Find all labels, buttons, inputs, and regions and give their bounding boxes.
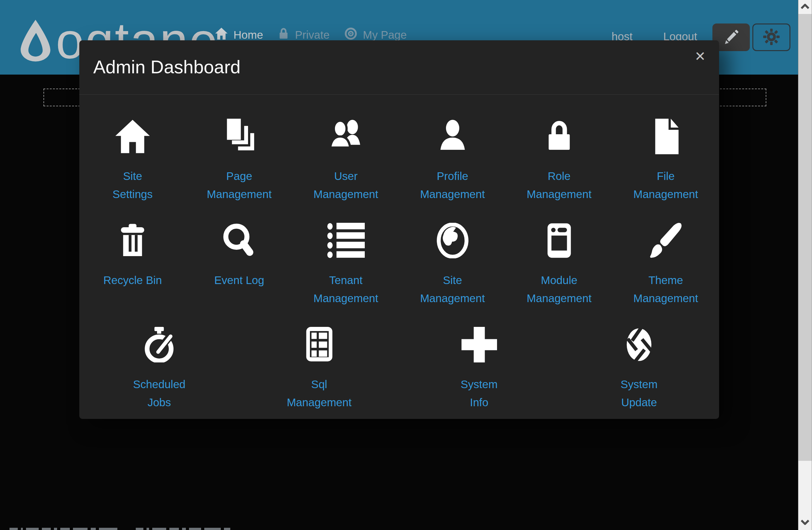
tile-label: Site Management [420, 271, 485, 307]
admin-dashboard-modal: Admin Dashboard ✕ Site SettingsPage Mana… [79, 40, 719, 419]
clipped-pane-label [136, 528, 230, 530]
scroll-down-button[interactable] [798, 516, 812, 530]
tile-label: Module Management [527, 271, 592, 307]
tile-tenant-management[interactable]: Tenant Management [292, 223, 399, 327]
tile-label: User Management [314, 167, 378, 203]
file-icon [648, 119, 683, 154]
tile-row: Site SettingsPage ManagementUser Managem… [79, 119, 719, 223]
pencil-icon [723, 29, 739, 46]
modal-title: Admin Dashboard [93, 57, 241, 77]
vertical-scrollbar [798, 0, 812, 530]
tile-site-management[interactable]: Site Management [399, 223, 506, 327]
tile-file-management[interactable]: File Management [612, 119, 719, 223]
timer-icon [142, 327, 176, 362]
list-icon [327, 223, 365, 258]
users-icon [326, 119, 366, 154]
tile-label: Profile Management [420, 167, 485, 203]
admin-tile-grid: Site SettingsPage ManagementUser Managem… [79, 95, 719, 431]
settings-button[interactable] [752, 24, 791, 51]
tile-module-management[interactable]: Module Management [506, 223, 612, 327]
scrollbar-thumb[interactable] [798, 14, 812, 461]
window-icon [541, 223, 577, 258]
lock-icon [541, 119, 577, 154]
tile-row: Recycle BinEvent LogTenant ManagementSit… [79, 223, 719, 327]
tile-label: Tenant Management [314, 271, 378, 307]
tile-label: Event Log [214, 271, 264, 289]
modal-header: Admin Dashboard ✕ [79, 40, 719, 95]
plus-icon [462, 327, 497, 362]
home-icon [115, 119, 150, 154]
close-icon[interactable]: ✕ [695, 50, 706, 63]
tile-role-management[interactable]: Role Management [506, 119, 612, 223]
globe-icon [435, 223, 470, 258]
brush-icon [648, 223, 683, 258]
scroll-up-button[interactable] [798, 0, 812, 14]
nav-label: My Page [363, 29, 407, 41]
trash-icon [115, 223, 150, 258]
nav-label: Private [295, 29, 330, 41]
tile-profile-management[interactable]: Profile Management [399, 119, 506, 223]
tile-label: System Info [461, 375, 498, 411]
magnifier-icon [221, 223, 257, 258]
tile-label: Theme Management [634, 271, 698, 307]
chevron-up-icon [800, 3, 810, 11]
tile-system-update[interactable]: System Update [559, 327, 719, 431]
tile-theme-management[interactable]: Theme Management [612, 223, 719, 327]
tile-label: Recycle Bin [103, 271, 162, 289]
droplet-icon [19, 18, 52, 64]
tile-page-management[interactable]: Page Management [186, 119, 292, 223]
tile-sql-management[interactable]: Sql Management [239, 327, 399, 431]
tile-row: Scheduled JobsSql ManagementSystem InfoS… [79, 327, 719, 431]
user-icon [435, 119, 470, 154]
clipped-pane-label [10, 528, 117, 530]
tile-user-management[interactable]: User Management [292, 119, 399, 223]
pages-icon [221, 119, 257, 154]
aperture-icon [623, 327, 655, 362]
tile-label: Scheduled Jobs [133, 375, 185, 411]
gear-icon [763, 28, 780, 47]
tile-scheduled-jobs[interactable]: Scheduled Jobs [79, 327, 239, 431]
page: oqtane Home Private [0, 0, 812, 530]
tile-recycle-bin[interactable]: Recycle Bin [79, 223, 186, 327]
chevron-down-icon [800, 519, 810, 527]
tile-label: Role Management [527, 167, 592, 203]
tile-label: Page Management [207, 167, 272, 203]
tile-label: System Update [621, 375, 658, 411]
tile-site-settings[interactable]: Site Settings [79, 119, 186, 223]
tile-label: Sql Management [287, 375, 351, 411]
tile-event-log[interactable]: Event Log [186, 223, 292, 327]
tile-label: File Management [634, 167, 698, 203]
nav-label: Home [233, 29, 263, 41]
table-icon [303, 327, 336, 362]
tile-label: Site Settings [113, 167, 153, 203]
tile-system-info[interactable]: System Info [399, 327, 559, 431]
